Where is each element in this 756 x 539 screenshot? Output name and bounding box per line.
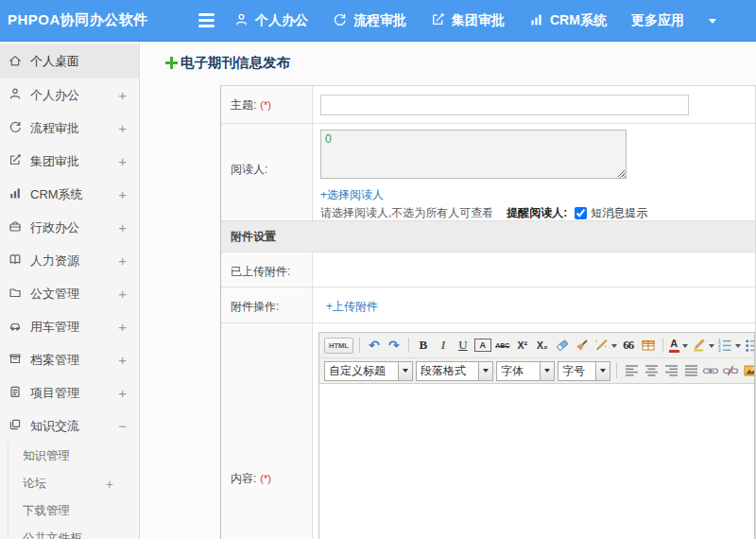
- caret-down-icon[interactable]: [709, 15, 716, 27]
- plus-icon[interactable]: +: [118, 352, 127, 368]
- plus-icon[interactable]: +: [118, 153, 127, 169]
- plus-icon[interactable]: +: [118, 219, 127, 235]
- blockquote-button[interactable]: 66: [620, 336, 637, 355]
- workflow-icon: [9, 120, 22, 136]
- paragraph-format-select[interactable]: 段落格式: [416, 361, 493, 381]
- ordered-list-icon[interactable]: 123: [717, 336, 741, 355]
- unlink-icon[interactable]: [722, 361, 739, 380]
- nav-more-apps[interactable]: 更多应用: [631, 12, 684, 29]
- sidebar-item-workflow-approval[interactable]: 流程审批 +: [0, 112, 139, 145]
- heading-select[interactable]: 自定义标题: [324, 361, 413, 381]
- plus-icon[interactable]: +: [118, 87, 127, 103]
- underline-button[interactable]: U: [455, 336, 472, 355]
- subject-row: 主题:(*): [221, 86, 755, 124]
- strikethrough-button[interactable]: ABC: [494, 336, 511, 355]
- plus-icon[interactable]: +: [118, 319, 127, 335]
- redo-icon[interactable]: ↷: [386, 336, 403, 355]
- subject-input[interactable]: [320, 95, 689, 115]
- sidebar-item-personal-office[interactable]: 个人办公 +: [0, 78, 139, 112]
- bold-button[interactable]: B: [415, 336, 432, 355]
- sidebar-item-knowledge-exchange[interactable]: 知识交流 −: [0, 409, 139, 443]
- plus-icon[interactable]: +: [118, 252, 127, 269]
- sms-notify-checkbox[interactable]: [575, 207, 587, 219]
- sidebar-item-crm-system[interactable]: CRM系统 +: [0, 178, 139, 211]
- sidebar-item-personal-desktop[interactable]: 个人桌面: [0, 44, 139, 78]
- top-nav: 个人办公 流程审批 集团审批 CRM系统 更多应用: [234, 0, 716, 42]
- car-icon: [9, 319, 22, 335]
- main-content: 电子期刊信息发布 主题:(*) 阅读人: 0 +选择阅读人 请选择阅读人,不选为…: [141, 42, 756, 539]
- minus-icon[interactable]: −: [118, 418, 127, 434]
- top-header: PHPOA协同办公软件 个人办公 流程审批 集团审批 CRM系统: [0, 0, 756, 42]
- nav-workflow-approval[interactable]: 流程审批: [333, 12, 406, 29]
- copy-icon: [9, 418, 22, 434]
- menu-icon[interactable]: [198, 13, 215, 27]
- briefcase-icon: [9, 219, 22, 235]
- remind-readers-label: 提醒阅读人:: [507, 205, 567, 221]
- workflow-icon: [333, 12, 347, 29]
- sidebar-item-document-management[interactable]: 公文管理 +: [0, 277, 139, 310]
- attachments-section-header: 附件设置: [221, 221, 755, 252]
- caret-down-icon: [682, 344, 688, 351]
- plus-icon: [165, 57, 178, 69]
- upload-attachment-link[interactable]: +上传附件: [326, 299, 378, 315]
- choose-readers-link[interactable]: +选择阅读人: [320, 187, 384, 203]
- superscript-button[interactable]: X²: [514, 336, 531, 355]
- uploaded-attachments-value: [313, 252, 755, 287]
- italic-button[interactable]: I: [435, 336, 452, 355]
- align-left-icon[interactable]: [623, 361, 640, 380]
- subscript-button[interactable]: X₂: [534, 336, 551, 355]
- sidebar-item-group-approval[interactable]: 集团审批 +: [0, 145, 139, 178]
- sidebar-item-human-resources[interactable]: 人力资源 +: [0, 244, 139, 277]
- unordered-list-icon[interactable]: [744, 336, 754, 355]
- sidebar-subitem-knowledge-management[interactable]: 知识管理: [9, 443, 139, 470]
- image-icon[interactable]: [742, 361, 754, 380]
- font-color-button[interactable]: A: [669, 336, 688, 355]
- plus-icon[interactable]: +: [118, 286, 127, 302]
- sms-notify-label: 短消息提示: [591, 205, 647, 221]
- attachment-actions-label: 附件操作:: [221, 287, 313, 322]
- undo-icon[interactable]: ↶: [366, 336, 383, 355]
- eraser-icon[interactable]: [554, 336, 571, 355]
- quick-format-wand-icon[interactable]: [593, 336, 617, 355]
- plus-icon[interactable]: +: [118, 385, 127, 401]
- edit-icon: [431, 12, 445, 29]
- highlight-pen-icon[interactable]: [691, 336, 714, 355]
- align-center-icon[interactable]: [643, 361, 660, 380]
- caret-down-icon: [540, 362, 554, 380]
- edit-icon: [9, 153, 22, 169]
- sidebar-subitem-download-management[interactable]: 下载管理: [9, 497, 139, 525]
- readers-textarea[interactable]: 0: [320, 130, 627, 179]
- plus-icon[interactable]: +: [106, 477, 113, 492]
- table-icon[interactable]: [640, 336, 657, 355]
- sidebar-item-archive-management[interactable]: 档案管理 +: [0, 343, 139, 376]
- attachment-actions-row: 附件操作: +上传附件: [221, 287, 755, 323]
- nav-personal-office[interactable]: 个人办公: [234, 12, 308, 29]
- plus-icon[interactable]: +: [118, 186, 127, 202]
- nav-group-approval[interactable]: 集团审批: [431, 12, 505, 29]
- caret-down-icon: [709, 344, 714, 351]
- content-row: 内容:(*) HTML ↶ ↷ B I U A ABC: [221, 323, 755, 539]
- font-family-select[interactable]: 字体: [496, 361, 555, 381]
- caret-down-icon: [398, 362, 412, 380]
- format-brush-icon[interactable]: [574, 336, 591, 355]
- font-size-select[interactable]: 字号: [558, 361, 610, 381]
- font-name-button[interactable]: A: [474, 339, 491, 352]
- sidebar-subitem-forum[interactable]: 论坛 +: [9, 470, 139, 497]
- uploaded-attachments-row: 已上传附件:: [221, 252, 755, 287]
- sidebar-item-vehicle-management[interactable]: 用车管理 +: [0, 310, 139, 343]
- html-source-button[interactable]: HTML: [324, 338, 353, 354]
- plus-icon[interactable]: +: [118, 120, 127, 136]
- editor-content-area[interactable]: [319, 384, 754, 539]
- nav-crm-system[interactable]: CRM系统: [529, 12, 607, 29]
- readers-hint: 请选择阅读人,不选为所有人可查看: [320, 205, 493, 221]
- user-icon: [9, 87, 22, 103]
- justify-icon[interactable]: [682, 361, 699, 380]
- sidebar-item-project-management[interactable]: 项目管理 +: [0, 376, 139, 409]
- subject-label: 主题:(*): [221, 86, 313, 123]
- sidebar-subitem-public-file-cabinet[interactable]: 公共文件柜: [9, 525, 139, 539]
- sidebar-item-admin-office[interactable]: 行政办公 +: [0, 211, 139, 244]
- caret-down-icon: [735, 344, 741, 351]
- editor-toolbar-row2: 自定义标题 段落格式 字体 字号: [319, 358, 754, 384]
- align-right-icon[interactable]: [662, 361, 679, 380]
- link-icon[interactable]: [702, 361, 719, 380]
